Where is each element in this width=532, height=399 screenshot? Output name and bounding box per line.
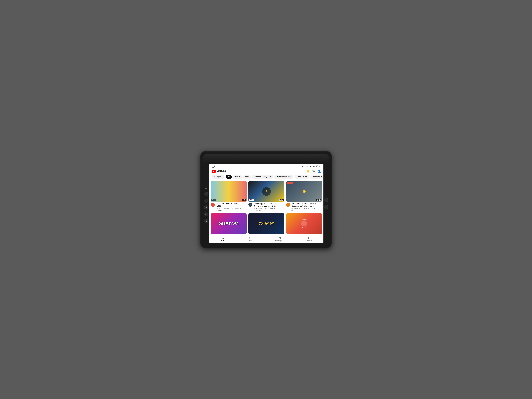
bluetooth-icon: ∗ bbox=[302, 165, 304, 167]
video-meta-2: S Snoop Dogg, Wiz Khalifa & Dr. Dre - Sm… bbox=[248, 202, 284, 212]
video-thumbnail-6: HOUSE ♪ DELAY bbox=[286, 214, 322, 234]
nav-home[interactable]: ⌂ Home bbox=[219, 236, 227, 242]
video-title-3: Las Fierbinti - Giani e în bani, a câști… bbox=[291, 203, 317, 207]
device-handle bbox=[203, 154, 329, 163]
app-header: YouTube ☄ 🔔 🔍 👤 bbox=[209, 169, 323, 174]
home-nav-label: Home bbox=[221, 240, 225, 241]
video-card-1[interactable]: VAVA 4:00 D Don Omar - Danza Kuduro | RE… bbox=[211, 181, 247, 212]
chip-dance[interactable]: Dance music bbox=[310, 175, 323, 179]
video-channel-1: GANGSTER CITY · 124M views · 1 year ago bbox=[216, 208, 242, 211]
video-thumbnail-5: 70' 80' 90' bbox=[248, 214, 284, 234]
status-bar-left bbox=[212, 165, 215, 168]
vol-up-button[interactable]: ◄+ bbox=[204, 212, 208, 216]
video-meta-3: L Las Fierbinti - Giani e în bani, a câș… bbox=[286, 202, 322, 212]
mic-label-item: MIC bbox=[205, 184, 207, 185]
video-thumbnail-2: S vevo 10:03 bbox=[248, 181, 284, 202]
vava-logo: VAVA bbox=[211, 199, 216, 201]
chip-personal-luxury[interactable]: Personal luxury cars bbox=[252, 175, 273, 179]
youtube-logo: YouTube bbox=[212, 170, 226, 172]
video-more-3[interactable]: ⋮ bbox=[319, 203, 322, 205]
chip-deep-house[interactable]: Deep House bbox=[295, 175, 309, 179]
status-time: 13:21 bbox=[310, 165, 315, 167]
video-duration-2: 10:03 bbox=[279, 199, 284, 201]
vevo-logo-2: vevo bbox=[249, 199, 254, 201]
chip-performance[interactable]: Performance cars bbox=[274, 175, 293, 179]
screen-mirror-icon: ☐ bbox=[316, 165, 318, 167]
rst-label-item: RST bbox=[205, 188, 207, 190]
chip-all[interactable]: All bbox=[226, 175, 232, 179]
channel-avatar-2: S bbox=[248, 203, 253, 207]
home-button[interactable]: ⌂ bbox=[204, 199, 208, 203]
video-title-1: Don Omar - Danza Kuduro | REMIX bbox=[216, 203, 242, 207]
video-grid: VAVA 4:00 D Don Omar - Danza Kuduro | RE… bbox=[209, 180, 323, 235]
rst-label: RST bbox=[205, 188, 207, 190]
vol-down-button[interactable]: ◄- bbox=[204, 219, 208, 223]
video-more-1[interactable]: ⋮ bbox=[243, 203, 247, 205]
left-side-controls: MIC RST ⏻ ⌂ ↩ ◄+ ◄- bbox=[203, 164, 209, 243]
video-title-2: Snoop Dogg, Wiz Khalifa & Dr. Dre - Smok… bbox=[253, 203, 280, 207]
video-info-1: Don Omar - Danza Kuduro | REMIX GANGSTER… bbox=[216, 203, 242, 211]
channel-avatar-1: D bbox=[211, 203, 215, 207]
youtube-logo-text: YouTube bbox=[217, 170, 226, 172]
video-card-5[interactable]: 70' 80' 90' bbox=[248, 214, 284, 234]
pro-tv-badge: PRO-TV bbox=[287, 182, 293, 184]
nav-shorts[interactable]: ✂ Shorts bbox=[246, 236, 255, 242]
despecha-text: DESPECHÁ bbox=[218, 222, 239, 225]
retro-music-text: 70' 80' 90' bbox=[259, 222, 274, 225]
location-icon: ◎ bbox=[305, 165, 306, 167]
cast-icon[interactable]: ☄ bbox=[302, 170, 304, 173]
shorts-nav-label: Shorts bbox=[248, 240, 252, 242]
library-nav-label: Library bbox=[307, 240, 312, 242]
video-info-2: Snoop Dogg, Wiz Khalifa & Dr. Dre - Smok… bbox=[253, 203, 280, 211]
chip-music[interactable]: Music bbox=[233, 175, 242, 179]
video-duration-1: 4:00 bbox=[242, 199, 246, 201]
status-bar-right: ∗ ◎ □ 13:21 ☐ ◁ bbox=[302, 165, 321, 167]
account-icon[interactable]: 👤 bbox=[318, 170, 321, 173]
video-more-2[interactable]: ⋮ bbox=[281, 203, 284, 205]
back-nav-icon: ◁ bbox=[319, 165, 321, 167]
video-info-3: Las Fierbinti - Giani e în bani, a câști… bbox=[291, 203, 317, 211]
nav-library[interactable]: ▷ Library bbox=[305, 236, 314, 242]
library-nav-icon: ▷ bbox=[308, 237, 310, 240]
status-circle bbox=[212, 165, 215, 168]
video-card-4[interactable]: DESPECHÁ bbox=[211, 214, 247, 234]
chip-live[interactable]: Live bbox=[243, 175, 251, 179]
status-bar: ∗ ◎ □ 13:21 ☐ ◁ bbox=[209, 164, 323, 169]
video-channel-2: Long Beach Finest · 1.9M views · 1 month… bbox=[253, 208, 280, 211]
thumb-inner-1: VAVA bbox=[211, 181, 247, 202]
signal-icon: □ bbox=[308, 165, 309, 167]
video-meta-1: D Don Omar - Danza Kuduro | REMIX GANGST… bbox=[211, 202, 247, 212]
video-channel-3: Las Fierbinti · 2.3M views · 1 year ago bbox=[291, 208, 317, 211]
video-duration-3: 14:15 bbox=[317, 199, 321, 201]
mic-label: MIC bbox=[205, 184, 207, 185]
right-side-controls bbox=[324, 164, 329, 243]
youtube-app: ∗ ◎ □ 13:21 ☐ ◁ YouTube ☄ bbox=[209, 164, 323, 243]
device-frame: MIC RST ⏻ ⌂ ↩ ◄+ ◄- ∗ ◎ bbox=[200, 151, 332, 248]
chip-explore[interactable]: ✶ Explore bbox=[212, 175, 224, 179]
video-thumbnail-4: DESPECHÁ bbox=[211, 214, 247, 234]
channel-avatar-3: L bbox=[286, 203, 290, 207]
video-thumbnail-3: 😊 PRO-TV 14:15 bbox=[286, 181, 322, 202]
nav-subscriptions[interactable]: ⊞ Subscriptions bbox=[273, 236, 286, 242]
subscriptions-nav-label: Subscriptions bbox=[275, 240, 284, 242]
video-thumbnail-1: VAVA 4:00 bbox=[211, 181, 247, 202]
power-button[interactable]: ⏻ bbox=[204, 192, 208, 196]
video-card-6[interactable]: HOUSE ♪ DELAY bbox=[286, 214, 322, 234]
chip-explore-label: Explore bbox=[216, 176, 222, 178]
home-nav-icon: ⌂ bbox=[222, 237, 224, 240]
subscriptions-nav-icon: ⊞ bbox=[279, 237, 281, 240]
bell-icon[interactable]: 🔔 bbox=[307, 170, 310, 173]
shorts-nav-icon: ✂ bbox=[249, 237, 251, 240]
category-bar: ✶ Explore All Music Live Personal luxury… bbox=[209, 174, 323, 180]
header-actions: ☄ 🔔 🔍 👤 bbox=[302, 170, 321, 173]
explore-icon: ✶ bbox=[214, 176, 215, 178]
screen: ∗ ◎ □ 13:21 ☐ ◁ YouTube ☄ bbox=[209, 164, 324, 243]
right-btn-2[interactable] bbox=[324, 205, 328, 209]
back-button[interactable]: ↩ bbox=[204, 205, 208, 209]
right-btn-1[interactable] bbox=[324, 198, 328, 202]
bottom-nav: ⌂ Home ✂ Shorts ⊞ Subscriptions ▷ Librar… bbox=[209, 235, 323, 243]
video-card-2[interactable]: S vevo 10:03 S Snoop Dogg, Wiz Khalifa &… bbox=[248, 181, 284, 212]
video-card-3[interactable]: 😊 PRO-TV 14:15 L Las Fierbinti - Giani e… bbox=[286, 181, 322, 212]
youtube-logo-icon bbox=[212, 170, 216, 172]
search-icon[interactable]: 🔍 bbox=[312, 170, 316, 173]
